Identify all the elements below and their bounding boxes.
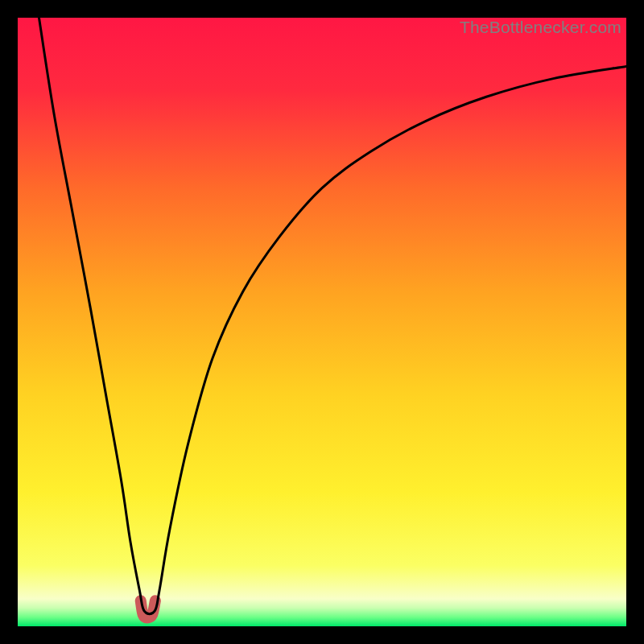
chart-frame: TheBottlenecker.com <box>0 0 644 644</box>
curve-layer <box>18 18 626 626</box>
plot-area: TheBottlenecker.com <box>18 18 626 626</box>
bottleneck-curve <box>39 18 626 614</box>
